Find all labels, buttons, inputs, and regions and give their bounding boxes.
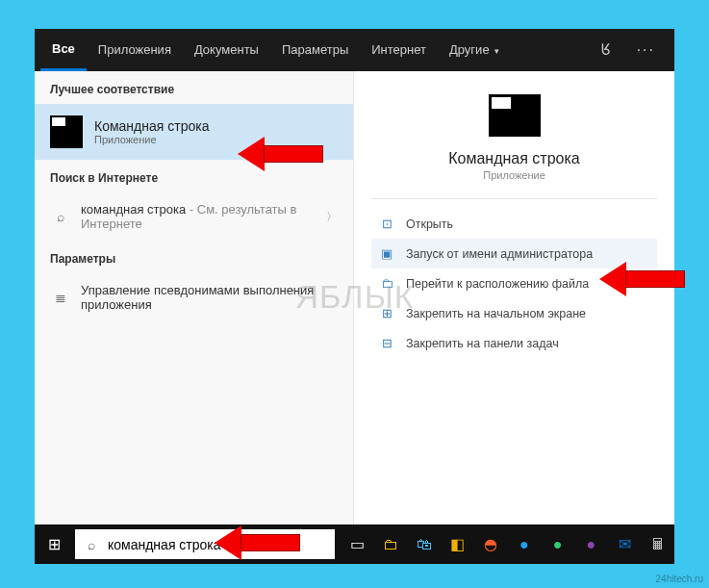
action-open-location[interactable]: 🗀Перейти к расположению файла — [371, 268, 657, 298]
tab-all[interactable]: Все — [40, 29, 87, 71]
action-pin-start[interactable]: ⊞Закрепить на начальном экране — [371, 298, 657, 328]
open-icon: ⊡ — [377, 217, 396, 231]
preview-subtitle: Приложение — [483, 169, 545, 181]
tab-settings[interactable]: Параметры — [270, 29, 360, 71]
list-icon: ≣ — [50, 290, 71, 305]
tab-apps[interactable]: Приложения — [87, 29, 183, 71]
section-web: Поиск в Интернете — [35, 160, 353, 192]
tab-web[interactable]: Интернет — [360, 29, 438, 71]
preview-title: Командная строка — [448, 150, 580, 167]
tab-more[interactable]: Другие ▾ — [438, 29, 511, 71]
best-match-item[interactable]: Командная строка Приложение — [35, 104, 353, 160]
taskbar-app-8[interactable]: ✉ — [608, 524, 642, 564]
chevron-right-icon: 〉 — [326, 209, 338, 225]
taskbar: ⊞ ⌕ ▭ 🗀 🛍 ◧ ◓ ● ● ● ✉ 🖩 — [35, 524, 674, 564]
window-frame: Все Приложения Документы Параметры Интер… — [35, 29, 674, 564]
taskbar-app-4[interactable]: ◓ — [474, 524, 508, 564]
pin-start-icon: ⊞ — [377, 306, 396, 320]
credit-text: 24hitech.ru — [656, 574, 703, 584]
taskbar-app-9[interactable]: 🖩 — [641, 524, 674, 564]
results-body: Лучшее соответствие Командная строка При… — [35, 71, 674, 524]
best-match-subtitle: Приложение — [94, 134, 209, 145]
action-open[interactable]: ⊡Открыть — [371, 209, 657, 239]
filter-tabs: Все Приложения Документы Параметры Интер… — [35, 29, 674, 71]
web-result-item[interactable]: ⌕ командная строка - См. результаты в Ин… — [35, 192, 353, 241]
section-settings: Параметры — [35, 241, 353, 273]
search-icon: ⌕ — [75, 537, 108, 552]
start-button[interactable]: ⊞ — [35, 524, 75, 564]
results-left-pane: Лучшее соответствие Командная строка При… — [35, 71, 354, 524]
settings-result-item[interactable]: ≣ Управление псевдонимами выполнения при… — [35, 273, 353, 321]
taskbar-app-2[interactable]: 🛍 — [408, 524, 442, 564]
task-view-icon[interactable]: ▭ — [341, 524, 374, 564]
taskbar-app-3[interactable]: ◧ — [441, 524, 474, 564]
cmd-large-icon — [489, 94, 541, 137]
chevron-down-icon: ▾ — [493, 46, 500, 56]
pin-taskbar-icon: ⊟ — [377, 336, 396, 350]
section-best-match: Лучшее соответствие — [35, 71, 353, 104]
feedback-icon[interactable]: ᖉ — [588, 41, 623, 59]
divider — [371, 198, 657, 199]
taskbar-app-1[interactable]: 🗀 — [374, 524, 408, 564]
action-run-as-admin[interactable]: ▣Запуск от имени администратора — [371, 239, 657, 268]
taskbar-app-5[interactable]: ● — [508, 524, 542, 564]
more-icon[interactable]: ··· — [623, 41, 669, 59]
admin-icon: ▣ — [377, 246, 396, 261]
tab-documents[interactable]: Документы — [183, 29, 270, 71]
preview-pane: Командная строка Приложение ⊡Открыть ▣За… — [354, 71, 674, 524]
taskbar-app-6[interactable]: ● — [541, 524, 574, 564]
search-input[interactable] — [108, 537, 335, 552]
folder-icon: 🗀 — [377, 276, 396, 291]
cmd-icon — [50, 115, 83, 148]
search-panel: Все Приложения Документы Параметры Интер… — [35, 29, 674, 524]
action-pin-taskbar[interactable]: ⊟Закрепить на панели задач — [371, 328, 657, 358]
search-icon: ⌕ — [50, 209, 71, 224]
taskbar-search[interactable]: ⌕ — [75, 529, 335, 559]
best-match-title: Командная строка — [94, 118, 209, 134]
taskbar-app-7[interactable]: ● — [574, 524, 608, 564]
